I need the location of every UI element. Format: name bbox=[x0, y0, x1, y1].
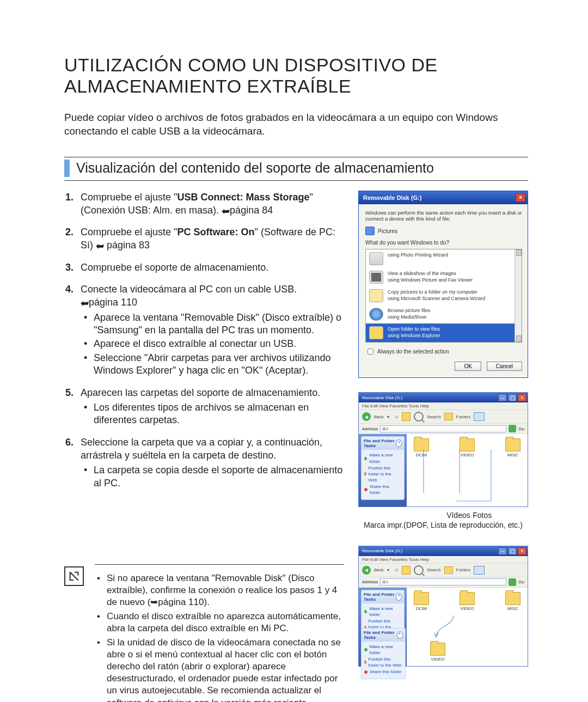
explorer-menu[interactable]: File Edit View Favorites Tools Help bbox=[359, 556, 528, 564]
note-3: Si la unidad de disco de la videocámara … bbox=[107, 637, 344, 702]
explorer-toolbar: ◄ Back ▾ ◉ Search Folders bbox=[359, 410, 528, 424]
drag-arrow-icon bbox=[409, 614, 480, 639]
views-icon[interactable] bbox=[474, 566, 485, 575]
search-icon[interactable] bbox=[414, 565, 424, 575]
minimize-icon[interactable]: – bbox=[498, 547, 507, 555]
folder-dcim[interactable]: DCIM bbox=[409, 592, 434, 611]
step-2: Compruebe el ajuste "PC Software: On" (S… bbox=[81, 225, 344, 252]
dialog-question: What do you want Windows to do? bbox=[365, 240, 522, 246]
cancel-button[interactable]: Cancel bbox=[487, 362, 522, 371]
folder-icon bbox=[460, 438, 475, 451]
always-checkbox-input[interactable] bbox=[367, 349, 373, 355]
views-icon[interactable] bbox=[474, 412, 485, 421]
folder-icon bbox=[430, 643, 445, 656]
step-6-sub-1: La carpeta se copia desde el soporte de … bbox=[94, 464, 344, 490]
step-4: Conecte la videocámara al PC con un cabl… bbox=[81, 283, 344, 377]
step-4-sub-2: Aparece el disco extraíble al conectar u… bbox=[94, 338, 344, 350]
page-title: UTILIZACIÓN COMO UN DISPOSITIVO DE ALMAC… bbox=[64, 54, 528, 97]
folders-icon[interactable] bbox=[444, 413, 453, 420]
page-ref-arrow-icon: ➥ bbox=[222, 205, 230, 218]
folder-icon bbox=[505, 592, 520, 605]
chevron-up-icon[interactable]: ˄ bbox=[397, 631, 403, 639]
folder-icon bbox=[414, 592, 429, 605]
slideshow-icon bbox=[369, 271, 383, 284]
side-link[interactable]: Publish this folder to the Web bbox=[364, 465, 401, 484]
option-open-folder[interactable]: Open folder to view filesusing Windows E… bbox=[366, 323, 515, 342]
page-ref-arrow-icon: ➥ bbox=[81, 297, 89, 310]
explorer-window-root: Removable Disk (G:) – ▢ × File Edit View… bbox=[358, 392, 528, 506]
pictures-icon bbox=[365, 227, 375, 235]
steps-column: Compruebe el ajuste "USB Connect: Mass S… bbox=[64, 191, 344, 498]
close-icon[interactable]: × bbox=[518, 394, 526, 401]
always-checkbox[interactable]: Always do the selected action bbox=[365, 347, 522, 356]
autoplay-dialog: Removable Disk (G:) × Windows can perfor… bbox=[358, 191, 528, 379]
address-input[interactable] bbox=[380, 425, 506, 432]
back-icon[interactable]: ◄ bbox=[362, 566, 371, 575]
folder-video-copy[interactable]: VIDEO bbox=[425, 643, 450, 662]
dialog-title: Removable Disk (G:) bbox=[363, 194, 422, 201]
folder-misc[interactable]: MISC bbox=[500, 592, 525, 611]
printer-icon bbox=[369, 252, 383, 265]
explorer-title: Removable Disk (G:) bbox=[362, 395, 402, 400]
option-copy-pictures[interactable]: Copy pictures to a folder on my computer… bbox=[366, 286, 515, 305]
option-mediashow[interactable]: Browse picture filesusing MediaShow bbox=[366, 305, 515, 323]
address-label: Address bbox=[362, 579, 378, 584]
folder-video[interactable]: VIDEO bbox=[455, 438, 480, 457]
step-3: Compruebe el soporte de almacenamiento. bbox=[81, 261, 344, 274]
folder-icon bbox=[460, 592, 475, 605]
ok-button[interactable]: OK bbox=[455, 362, 481, 371]
close-icon[interactable]: × bbox=[518, 547, 526, 555]
caption-videos: Vídeos bbox=[446, 511, 470, 520]
folders-icon[interactable] bbox=[444, 566, 453, 574]
explorer-window-drag: Removable Disk (G:) – ▢ × File Edit View… bbox=[358, 546, 528, 667]
maximize-icon[interactable]: ▢ bbox=[508, 547, 517, 555]
side-link[interactable]: Publish this folder to the Web bbox=[364, 656, 402, 668]
mediashow-icon bbox=[369, 308, 383, 321]
section-bar-icon bbox=[64, 160, 70, 177]
notes-block: Si no aparece la ventana "Removable Disk… bbox=[95, 564, 344, 702]
option-photo-wizard[interactable]: using Photo Printing Wizard bbox=[366, 249, 515, 268]
folder-icon bbox=[414, 438, 429, 451]
note-icon bbox=[64, 566, 84, 586]
caption-fotos: Fotos bbox=[473, 511, 492, 520]
side-link[interactable]: Share this folder bbox=[364, 669, 402, 675]
section-heading: Visualización del contenido del soporte … bbox=[64, 157, 528, 181]
go-icon[interactable] bbox=[509, 578, 516, 586]
chevron-up-icon[interactable]: ˄ bbox=[396, 439, 402, 447]
folder-icon bbox=[505, 438, 520, 451]
chevron-up-icon[interactable]: ˄ bbox=[396, 593, 402, 601]
back-icon[interactable]: ◄ bbox=[362, 412, 371, 421]
side-link[interactable]: Make a new folder bbox=[364, 606, 401, 618]
search-icon[interactable] bbox=[414, 412, 424, 422]
folder-video[interactable]: VIDEO bbox=[455, 592, 480, 611]
minimize-icon[interactable]: – bbox=[498, 394, 507, 401]
side-link[interactable]: Make a new folder bbox=[364, 452, 401, 464]
step-5-sub-1: Los diferentes tipos de archivos se alma… bbox=[94, 401, 344, 427]
folder-dcim[interactable]: DCIM bbox=[409, 438, 434, 457]
up-icon[interactable] bbox=[402, 566, 411, 575]
dialog-intro: Windows can perform the same action each… bbox=[365, 210, 522, 223]
page-ref-arrow-icon: ➥ bbox=[96, 240, 104, 253]
explorer-toolbar: ◄ Back ▾ ◉ Search Folders bbox=[359, 564, 528, 577]
maximize-icon[interactable]: ▢ bbox=[508, 394, 517, 401]
section-title: Visualización del contenido del soporte … bbox=[76, 160, 434, 176]
folder-misc[interactable]: MISC bbox=[500, 438, 525, 457]
close-icon[interactable]: × bbox=[516, 193, 525, 202]
dialog-scrollbar[interactable] bbox=[514, 249, 522, 342]
note-2: Cuando el disco extraíble no aparezca au… bbox=[107, 611, 344, 634]
option-slideshow[interactable]: View a slideshow of the imagesusing Wind… bbox=[366, 268, 515, 286]
folder-icon bbox=[369, 326, 383, 339]
explorer-title: Removable Disk (G:) bbox=[362, 548, 402, 553]
intro-paragraph: Puede copiar vídeo o archivos de fotos g… bbox=[64, 111, 528, 138]
dialog-options-list[interactable]: using Photo Printing Wizard View a slide… bbox=[365, 249, 522, 343]
side-link[interactable]: Share this folder bbox=[364, 484, 401, 496]
media-type-label: Pictures bbox=[378, 228, 397, 234]
address-label: Address bbox=[362, 426, 378, 431]
address-input[interactable] bbox=[380, 578, 506, 585]
step-1: Compruebe el ajuste "USB Connect: Mass S… bbox=[81, 191, 344, 217]
go-icon[interactable] bbox=[509, 425, 516, 432]
up-icon[interactable] bbox=[402, 412, 411, 421]
side-link[interactable]: Make a new folder bbox=[364, 644, 402, 656]
explorer-menu[interactable]: File Edit View Favorites Tools Help bbox=[359, 402, 528, 410]
step-4-sub-3: Seleccione "Abrir carpetas para ver arch… bbox=[94, 352, 344, 377]
